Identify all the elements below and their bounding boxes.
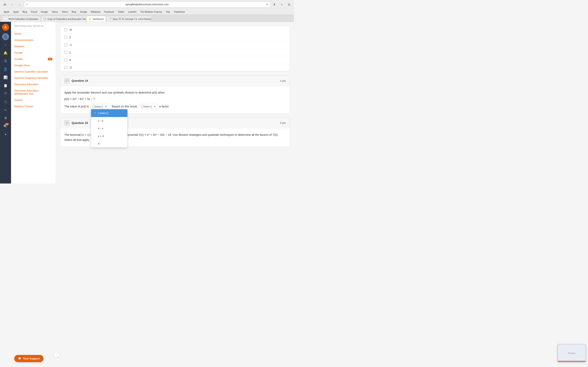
sidebar-item-desmos-graph[interactable]: Desmos Graphing Calculator: [11, 75, 56, 81]
rail-icon-history[interactable]: ⏱: [2, 90, 9, 97]
dropdown-item-label-4x: 4 - x: [98, 126, 103, 131]
rail-icon-plugins[interactable]: ✦: [2, 131, 9, 138]
rail-icon-tools[interactable]: 🖥: [2, 114, 9, 122]
rail-icon-people[interactable]: 👤: [2, 66, 9, 73]
bookmark-weather[interactable]: The Weather Channel: [139, 10, 164, 13]
sidebar-item-announcements[interactable]: Announcements: [11, 37, 56, 43]
answer-checkbox[interactable]: [64, 28, 67, 31]
bookmark-apple1[interactable]: Apple: [2, 10, 11, 13]
windows-button[interactable]: ⧉: [286, 2, 292, 7]
tab-venn[interactable]: 📋 Copy of Federalism and Education Venn …: [41, 16, 86, 22]
bookmark-bing2[interactable]: Bing: [70, 10, 78, 13]
sidebar-item-desmos-sci[interactable]: Desmos Scientific Calculator: [11, 68, 56, 75]
nav-grid-button[interactable]: ⊞: [2, 2, 8, 7]
nav-forward-button[interactable]: ›: [17, 2, 22, 7]
answer-checkbox[interactable]: [64, 51, 67, 54]
rail-icon-search[interactable]: 🔍 10: [2, 123, 9, 130]
address-bar[interactable]: 🛡 springfieldpublicschools.instructure.c…: [24, 2, 270, 7]
sidebar-label-google-drive: Google Drive: [14, 64, 30, 67]
user-avatar[interactable]: A: [2, 24, 9, 31]
sidebar-label-home: Home: [14, 32, 21, 35]
school-year-label: 2023 School Year: Q3-Q4 LA...: [11, 24, 56, 29]
comment-icon[interactable]: 💬: [64, 78, 70, 83]
q14-text-factor: a factor.: [159, 104, 169, 109]
bookmark-yelp[interactable]: Yelp: [164, 10, 172, 13]
answer-option[interactable]: 4: [60, 56, 290, 64]
rail-icon-import[interactable]: ↩: [2, 106, 9, 114]
sidebar-label-desmos-sci: Desmos Scientific Calculator: [14, 70, 48, 73]
tabs-bar: 📄 08.04 Federalism & Education 📋 Copy of…: [0, 15, 294, 22]
bookmark-apple2[interactable]: Apple: [11, 10, 20, 13]
tab-dashboard[interactable]: ⭐ Dashboard: [86, 16, 106, 22]
answer-option[interactable]: -2: [60, 64, 290, 71]
bookmark-wikipedia[interactable]: Wikipedia: [89, 10, 102, 13]
bookmark-linkedin[interactable]: LinkedIn: [126, 10, 138, 13]
answer-option[interactable]: -1: [60, 41, 290, 49]
url-text: springfieldpublicschools.instructure.com: [30, 3, 264, 6]
comment-icon-15[interactable]: 💬: [64, 120, 70, 125]
rail-icon-assignments[interactable]: 📋: [2, 82, 9, 89]
left-rail: A 👤 ⌂ 🔔 ☰ 👤 📊 📋 ⏱ ⬡ ↩ 🖥 🔍 10 ✦: [0, 22, 11, 184]
bookmark-yahoo1[interactable]: Yahoo: [50, 10, 60, 13]
rail-icon-modules[interactable]: ☰: [2, 57, 9, 65]
select2-wrapper: [ Select ] is is not ▼: [140, 104, 157, 109]
answer-option[interactable]: 1: [60, 49, 290, 56]
new-tab-button[interactable]: +: [279, 2, 285, 7]
sidebar-item-google-drive[interactable]: Google Drive: [11, 62, 56, 68]
dropdown-item-label-4: 4: [98, 141, 99, 146]
question-13-answers: -8 2 -1 1 4: [60, 26, 290, 71]
tab-quiz[interactable]: 📝 Quiz: 07.21 Concept 7.2: Let's Practic…: [106, 16, 151, 22]
sidebar-item-home[interactable]: Home: [11, 31, 56, 37]
sidebar-item-grades[interactable]: Grades 54: [11, 56, 56, 62]
bookmark-google1[interactable]: Google: [39, 10, 50, 13]
profile-image[interactable]: 👤: [2, 33, 9, 40]
select1-dropdown[interactable]: [ Select ] 105 Other: [91, 104, 108, 109]
answer-option[interactable]: 2: [60, 34, 290, 41]
tab-favicon-venn: 📋: [43, 17, 46, 20]
sidebar-item-people[interactable]: People: [11, 50, 56, 56]
bookmark-facebook[interactable]: Facebook: [103, 10, 116, 13]
search-badge: 10: [5, 123, 9, 125]
select1-wrapper: [ Select ] 105 Other ▼ ✓ [ Select ]: [91, 104, 108, 109]
answer-checkbox[interactable]: [64, 66, 67, 69]
rail-icon-home[interactable]: ⌂: [2, 41, 9, 48]
sidebar-item-search[interactable]: Search: [11, 97, 56, 103]
bookmarks-bar: Apple Apple Bing iCloud Google Yahoo Yah…: [0, 9, 294, 15]
rail-icon-grades[interactable]: 📊: [2, 74, 9, 81]
sidebar-label-modules: Modules: [14, 45, 24, 48]
q14-text-value: The value of p(4) is: [64, 104, 89, 109]
select2-dropdown[interactable]: [ Select ] is is not: [140, 104, 157, 109]
dropdown-item-label-x4: x - 4: [98, 118, 103, 123]
answer-checkbox[interactable]: [64, 36, 67, 39]
rail-icon-announcements[interactable]: 🔔: [2, 49, 9, 57]
sidebar-item-discovery-edu[interactable]: Discovery Education: [11, 81, 56, 87]
question-14-number: Question 14: [72, 79, 88, 82]
dropdown-item-x-plus-4[interactable]: x + 4: [91, 132, 127, 140]
bookmark-yahoo2[interactable]: Yahoo: [60, 10, 70, 13]
answer-checkbox[interactable]: [64, 43, 67, 46]
answer-checkbox[interactable]: [64, 58, 67, 61]
tab-federalism[interactable]: 📄 08.04 Federalism & Education: [2, 16, 41, 22]
tab-favicon-quiz: 📝: [109, 17, 112, 20]
bookmark-bing1[interactable]: Bing: [21, 10, 29, 13]
refresh-icon[interactable]: ↻: [266, 3, 268, 6]
dropdown-item-4-minus-x[interactable]: 4 - x: [91, 125, 127, 132]
sidebar-label-grades: Grades: [14, 58, 23, 60]
dropdown-item-x-minus-4[interactable]: x - 4: [91, 117, 127, 125]
answer-value: 2: [69, 36, 71, 39]
bookmark-tripadvisor[interactable]: TripAdvisor: [172, 10, 187, 13]
bookmark-icloud[interactable]: iCloud: [29, 10, 39, 13]
sidebar-item-mastery[interactable]: Mastery Tracker: [11, 103, 56, 109]
dropdown-item-select[interactable]: ✓ [ Select ]: [91, 109, 127, 117]
question-15-pts: 4 pts: [280, 121, 286, 124]
app-layout: A 👤 ⌂ 🔔 ☰ 👤 📊 📋 ⏱ ⬡ ↩ 🖥 🔍 10 ✦ 2023 Scho…: [0, 22, 294, 184]
rail-icon-groups[interactable]: ⬡: [2, 98, 9, 105]
sidebar-item-modules[interactable]: Modules: [11, 43, 56, 50]
nav-back-button[interactable]: ‹: [9, 2, 15, 7]
dropdown-item-4[interactable]: 4: [91, 140, 127, 147]
share-button[interactable]: ⬆: [272, 2, 277, 7]
answer-option[interactable]: -8: [60, 26, 290, 34]
bookmark-google2[interactable]: Google: [78, 10, 89, 13]
bookmark-twitter[interactable]: Twitter: [116, 10, 126, 13]
sidebar-item-discovery-whiteboard[interactable]: Discovery Education Whiteboard Tool: [11, 87, 56, 97]
